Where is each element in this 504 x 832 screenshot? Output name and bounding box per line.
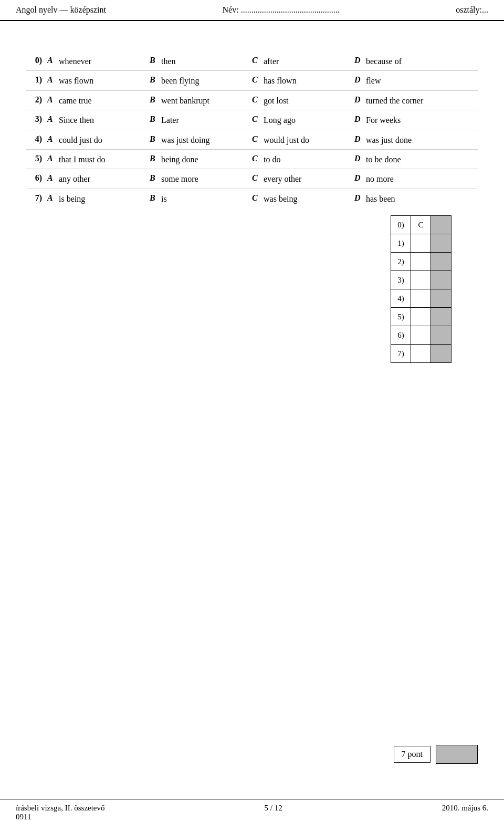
question-row: 4)Acould just doBwas just doingCwould ju…: [26, 131, 478, 150]
option-block: Awas flown: [47, 75, 150, 87]
question-number: 5): [26, 154, 47, 163]
main-content: 0)AwheneverBthenCafterDbecause of1)Awas …: [0, 21, 504, 230]
answer-row-val: [411, 345, 431, 362]
header-class: osztály:...: [456, 5, 488, 15]
header-name: Név: ...................................…: [223, 5, 340, 15]
option-letter: C: [252, 134, 264, 144]
option-block: Awhenever: [47, 56, 150, 67]
option-letter: A: [47, 95, 59, 105]
options-row: Aany otherBsome moreCevery otherDno more: [47, 173, 478, 185]
score-box: [436, 745, 478, 764]
options-row: Athat I must doBbeing doneCto doDto be d…: [47, 154, 478, 165]
answer-row: 3): [391, 271, 451, 289]
option-letter: D: [354, 193, 366, 203]
option-block: Cto do: [252, 154, 354, 165]
option-block: Dbecause of: [354, 56, 457, 67]
option-text: could just do: [59, 134, 150, 146]
option-block: Dflew: [354, 75, 457, 87]
option-text: got lost: [264, 95, 354, 107]
answer-row-val: C: [411, 216, 431, 234]
footer-doc-num: 0911: [16, 813, 105, 821]
option-block: Athat I must do: [47, 154, 150, 165]
answer-row-shaded: [431, 289, 451, 307]
option-letter: A: [47, 75, 59, 85]
option-letter: B: [150, 115, 161, 124]
option-letter: C: [252, 173, 264, 183]
question-number: 7): [26, 193, 47, 203]
footer-exam-type: írásbeli vizsga, II. összetevő: [16, 804, 105, 813]
option-block: CLong ago: [252, 115, 354, 126]
option-letter: C: [252, 56, 264, 65]
question-row: 1)Awas flownBbeen flyingChas flownDflew: [26, 72, 478, 90]
option-letter: C: [252, 115, 264, 124]
answer-row: 5): [391, 308, 451, 326]
question-row: 5)Athat I must doBbeing doneCto doDto be…: [26, 151, 478, 169]
option-text: then: [161, 56, 252, 67]
option-block: Bsome more: [150, 173, 252, 185]
question-row: 7)Ais beingBisCwas beingDhas been: [26, 190, 478, 208]
option-letter: D: [354, 115, 366, 124]
option-letter: D: [354, 95, 366, 105]
option-text: to be done: [366, 154, 457, 165]
option-letter: C: [252, 154, 264, 163]
option-letter: C: [252, 75, 264, 85]
option-text: because of: [366, 56, 457, 67]
question-row: 6)Aany otherBsome moreCevery otherDno mo…: [26, 170, 478, 189]
answer-row-shaded: [431, 345, 451, 362]
question-list: 0)AwheneverBthenCafterDbecause of1)Awas …: [26, 53, 478, 208]
option-text: to do: [264, 154, 354, 165]
answer-section: 0)C1)2)3)4)5)6)7): [391, 215, 452, 363]
option-letter: B: [150, 154, 161, 163]
option-text: was being: [264, 193, 354, 205]
option-text: Long ago: [264, 115, 354, 126]
answer-row: 6): [391, 326, 451, 345]
option-letter: A: [47, 193, 59, 203]
option-text: that I must do: [59, 154, 150, 165]
option-letter: B: [150, 75, 161, 85]
answer-row-shaded: [431, 216, 451, 234]
option-block: BLater: [150, 115, 252, 126]
option-letter: B: [150, 134, 161, 144]
option-letter: A: [47, 154, 59, 163]
answer-row: 0)C: [391, 216, 451, 234]
answer-row-val: [411, 234, 431, 252]
option-letter: A: [47, 56, 59, 65]
option-letter: C: [252, 95, 264, 105]
option-text: was flown: [59, 75, 150, 87]
option-block: Dhas been: [354, 193, 457, 205]
option-text: has been: [366, 193, 457, 205]
option-letter: A: [47, 134, 59, 144]
options-row: Ais beingBisCwas beingDhas been: [47, 193, 478, 205]
option-letter: D: [354, 173, 366, 183]
answer-row: 7): [391, 345, 451, 362]
page-footer: írásbeli vizsga, II. összetevő 0911 5 / …: [0, 799, 504, 821]
option-block: Cevery other: [252, 173, 354, 185]
option-text: has flown: [264, 75, 354, 87]
answer-row-num: 6): [391, 326, 411, 344]
option-block: Bwent bankrupt: [150, 95, 252, 107]
answer-row-val: [411, 271, 431, 289]
options-row: Awas flownBbeen flyingChas flownDflew: [47, 75, 478, 87]
answer-row-num: 7): [391, 345, 411, 362]
option-block: Chas flown: [252, 75, 354, 87]
option-letter: A: [47, 115, 59, 124]
option-text: no more: [366, 173, 457, 185]
option-block: Dturned the corner: [354, 95, 457, 107]
option-text: any other: [59, 173, 150, 185]
option-letter: B: [150, 193, 161, 203]
option-block: Bis: [150, 193, 252, 205]
score-label: 7 pont: [394, 746, 430, 763]
option-text: came true: [59, 95, 150, 107]
answer-row-val: [411, 308, 431, 326]
footer-left: írásbeli vizsga, II. összetevő 0911: [16, 804, 105, 821]
header-subject: Angol nyelv — középszint: [16, 5, 106, 15]
option-block: Acould just do: [47, 134, 150, 146]
option-letter: B: [150, 173, 161, 183]
option-block: Cgot lost: [252, 95, 354, 107]
question-number: 6): [26, 173, 47, 183]
option-text: whenever: [59, 56, 150, 67]
answer-row-num: 0): [391, 216, 411, 234]
answer-row-num: 5): [391, 308, 411, 326]
option-text: being done: [161, 154, 252, 165]
option-block: Dno more: [354, 173, 457, 185]
